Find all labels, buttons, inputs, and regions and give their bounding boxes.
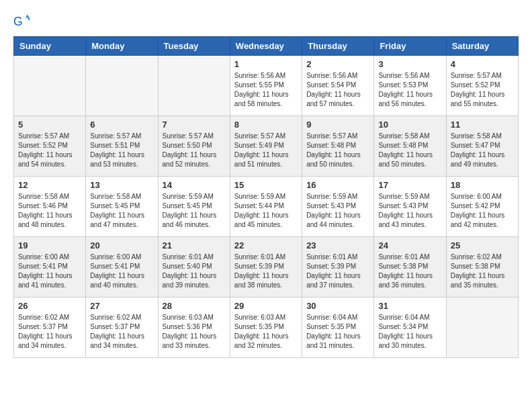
calendar-cell: 8Sunrise: 5:57 AM Sunset: 5:49 PM Daylig… [230, 116, 302, 177]
day-number: 3 [378, 59, 441, 69]
calendar-cell: 22Sunrise: 6:01 AM Sunset: 5:39 PM Dayli… [230, 237, 302, 298]
day-info: Sunrise: 5:57 AM Sunset: 5:51 PM Dayligh… [90, 132, 153, 169]
day-info: Sunrise: 5:59 AM Sunset: 5:44 PM Dayligh… [234, 192, 298, 230]
day-info: Sunrise: 6:00 AM Sunset: 5:41 PM Dayligh… [90, 253, 153, 290]
day-info: Sunrise: 5:57 AM Sunset: 5:52 PM Dayligh… [18, 132, 81, 169]
calendar-cell: 6Sunrise: 5:57 AM Sunset: 5:51 PM Daylig… [86, 116, 158, 177]
calendar-cell: 5Sunrise: 5:57 AM Sunset: 5:52 PM Daylig… [14, 116, 86, 177]
day-info: Sunrise: 6:01 AM Sunset: 5:38 PM Dayligh… [378, 253, 441, 290]
day-number: 6 [90, 120, 153, 130]
calendar-cell: 20Sunrise: 6:00 AM Sunset: 5:41 PM Dayli… [86, 237, 158, 298]
day-info: Sunrise: 5:58 AM Sunset: 5:48 PM Dayligh… [378, 132, 441, 169]
calendar-cell: 28Sunrise: 6:03 AM Sunset: 5:36 PM Dayli… [158, 298, 230, 358]
calendar-cell: 24Sunrise: 6:01 AM Sunset: 5:38 PM Dayli… [374, 237, 446, 298]
weekday-header-thursday: Thursday [302, 37, 374, 56]
day-info: Sunrise: 5:58 AM Sunset: 5:46 PM Dayligh… [18, 192, 81, 230]
day-number: 19 [18, 240, 81, 250]
calendar-cell: 21Sunrise: 6:01 AM Sunset: 5:40 PM Dayli… [158, 237, 230, 298]
day-info: Sunrise: 5:56 AM Sunset: 5:54 PM Dayligh… [306, 71, 369, 109]
day-info: Sunrise: 6:02 AM Sunset: 5:37 PM Dayligh… [18, 313, 81, 351]
calendar-cell: 17Sunrise: 5:59 AM Sunset: 5:43 PM Dayli… [374, 177, 446, 237]
calendar-cell: 23Sunrise: 6:01 AM Sunset: 5:39 PM Dayli… [302, 237, 374, 298]
day-info: Sunrise: 5:59 AM Sunset: 5:43 PM Dayligh… [306, 192, 369, 230]
calendar-cell: 3Sunrise: 5:56 AM Sunset: 5:53 PM Daylig… [374, 56, 446, 116]
calendar-cell: 27Sunrise: 6:02 AM Sunset: 5:37 PM Dayli… [86, 298, 158, 358]
day-number: 10 [378, 120, 441, 130]
calendar-cell: 9Sunrise: 5:57 AM Sunset: 5:48 PM Daylig… [302, 116, 374, 177]
svg-marker-2 [28, 17, 30, 21]
weekday-header-friday: Friday [374, 37, 446, 56]
day-number: 29 [234, 301, 298, 311]
day-number: 12 [18, 180, 81, 190]
day-info: Sunrise: 6:02 AM Sunset: 5:37 PM Dayligh… [90, 313, 153, 351]
day-number: 4 [451, 59, 514, 69]
day-number: 8 [234, 120, 298, 130]
calendar-week-row: 19Sunrise: 6:00 AM Sunset: 5:41 PM Dayli… [14, 237, 519, 298]
day-info: Sunrise: 5:56 AM Sunset: 5:53 PM Dayligh… [378, 71, 441, 109]
day-number: 21 [163, 240, 226, 250]
day-number: 11 [451, 120, 514, 130]
logo-icon: G [13, 13, 30, 30]
calendar-cell: 2Sunrise: 5:56 AM Sunset: 5:54 PM Daylig… [302, 56, 374, 116]
weekday-header-row: SundayMondayTuesdayWednesdayThursdayFrid… [14, 37, 519, 56]
weekday-header-monday: Monday [86, 37, 158, 56]
day-number: 2 [306, 59, 369, 69]
day-number: 27 [90, 301, 153, 311]
day-number: 31 [378, 301, 441, 311]
day-info: Sunrise: 5:58 AM Sunset: 5:47 PM Dayligh… [451, 132, 514, 169]
day-number: 1 [234, 59, 298, 69]
calendar-cell: 12Sunrise: 5:58 AM Sunset: 5:46 PM Dayli… [14, 177, 86, 237]
calendar-cell: 14Sunrise: 5:59 AM Sunset: 5:45 PM Dayli… [158, 177, 230, 237]
calendar-week-row: 5Sunrise: 5:57 AM Sunset: 5:52 PM Daylig… [14, 116, 519, 177]
calendar-cell: 30Sunrise: 6:04 AM Sunset: 5:35 PM Dayli… [302, 298, 374, 358]
calendar-cell: 10Sunrise: 5:58 AM Sunset: 5:48 PM Dayli… [374, 116, 446, 177]
logo: G [13, 13, 32, 30]
calendar-cell: 4Sunrise: 5:57 AM Sunset: 5:52 PM Daylig… [446, 56, 518, 116]
day-number: 17 [378, 180, 441, 190]
calendar-cell: 19Sunrise: 6:00 AM Sunset: 5:41 PM Dayli… [14, 237, 86, 298]
calendar-cell: 15Sunrise: 5:59 AM Sunset: 5:44 PM Dayli… [230, 177, 302, 237]
day-info: Sunrise: 6:04 AM Sunset: 5:34 PM Dayligh… [378, 313, 441, 351]
day-number: 22 [234, 240, 298, 250]
day-number: 5 [18, 120, 81, 130]
day-number: 23 [306, 240, 369, 250]
day-info: Sunrise: 5:57 AM Sunset: 5:48 PM Dayligh… [306, 132, 369, 169]
calendar-cell: 11Sunrise: 5:58 AM Sunset: 5:47 PM Dayli… [446, 116, 518, 177]
svg-marker-1 [26, 15, 30, 18]
day-number: 24 [378, 240, 441, 250]
day-number: 28 [163, 301, 226, 311]
day-info: Sunrise: 5:58 AM Sunset: 5:45 PM Dayligh… [90, 192, 153, 230]
day-info: Sunrise: 5:57 AM Sunset: 5:49 PM Dayligh… [234, 132, 298, 169]
weekday-header-tuesday: Tuesday [158, 37, 230, 56]
day-info: Sunrise: 6:04 AM Sunset: 5:35 PM Dayligh… [306, 313, 369, 351]
weekday-header-sunday: Sunday [14, 37, 86, 56]
calendar-cell [86, 56, 158, 116]
calendar-week-row: 1Sunrise: 5:56 AM Sunset: 5:55 PM Daylig… [14, 56, 519, 116]
day-info: Sunrise: 5:57 AM Sunset: 5:50 PM Dayligh… [163, 132, 226, 169]
calendar-table: SundayMondayTuesdayWednesdayThursdayFrid… [13, 36, 519, 358]
day-info: Sunrise: 6:01 AM Sunset: 5:40 PM Dayligh… [163, 253, 226, 290]
calendar-cell: 26Sunrise: 6:02 AM Sunset: 5:37 PM Dayli… [14, 298, 86, 358]
header: G [13, 13, 519, 30]
day-info: Sunrise: 6:03 AM Sunset: 5:35 PM Dayligh… [234, 313, 298, 351]
calendar-cell: 29Sunrise: 6:03 AM Sunset: 5:35 PM Dayli… [230, 298, 302, 358]
calendar-cell: 31Sunrise: 6:04 AM Sunset: 5:34 PM Dayli… [374, 298, 446, 358]
calendar-week-row: 12Sunrise: 5:58 AM Sunset: 5:46 PM Dayli… [14, 177, 519, 237]
day-number: 15 [234, 180, 298, 190]
day-number: 9 [306, 120, 369, 130]
calendar-cell [446, 298, 518, 358]
svg-text:G: G [13, 15, 23, 28]
day-number: 13 [90, 180, 153, 190]
day-number: 25 [451, 240, 514, 250]
calendar-cell: 25Sunrise: 6:02 AM Sunset: 5:38 PM Dayli… [446, 237, 518, 298]
calendar-cell: 18Sunrise: 6:00 AM Sunset: 5:42 PM Dayli… [446, 177, 518, 237]
calendar-cell: 16Sunrise: 5:59 AM Sunset: 5:43 PM Dayli… [302, 177, 374, 237]
weekday-header-saturday: Saturday [446, 37, 518, 56]
day-info: Sunrise: 6:00 AM Sunset: 5:41 PM Dayligh… [18, 253, 81, 290]
day-info: Sunrise: 6:03 AM Sunset: 5:36 PM Dayligh… [163, 313, 226, 351]
calendar-cell: 13Sunrise: 5:58 AM Sunset: 5:45 PM Dayli… [86, 177, 158, 237]
day-number: 18 [451, 180, 514, 190]
day-info: Sunrise: 5:59 AM Sunset: 5:45 PM Dayligh… [163, 192, 226, 230]
day-info: Sunrise: 6:00 AM Sunset: 5:42 PM Dayligh… [451, 192, 514, 230]
calendar-cell [14, 56, 86, 116]
